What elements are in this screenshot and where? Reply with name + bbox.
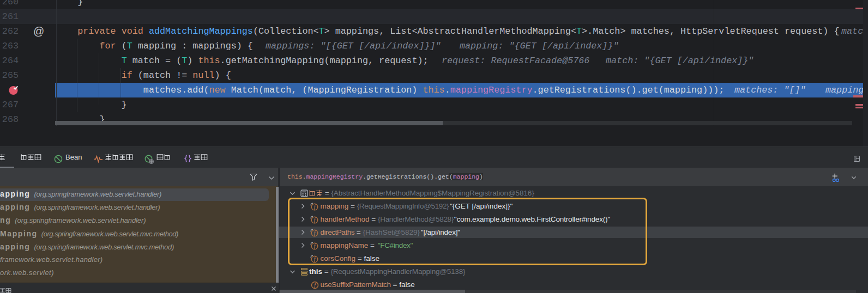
svg-text:f: f (314, 282, 316, 288)
